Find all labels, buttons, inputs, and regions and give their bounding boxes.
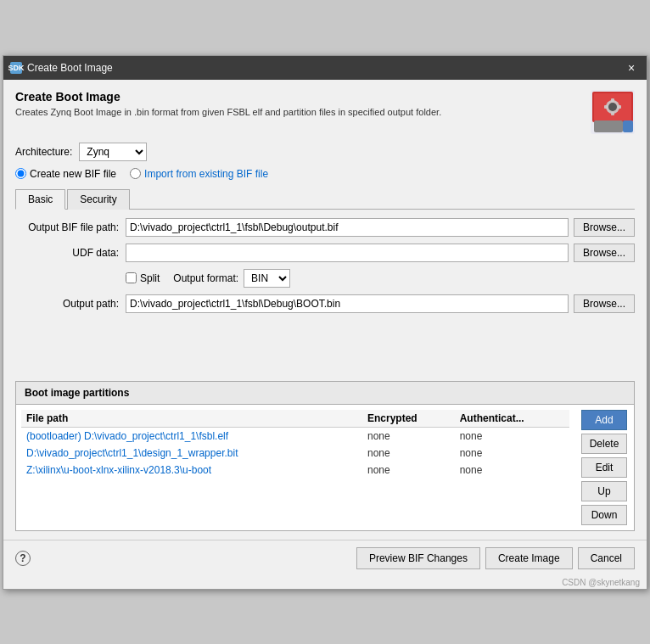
import-bif-radio[interactable] — [130, 168, 141, 179]
svg-rect-5 — [611, 98, 614, 102]
help-icon[interactable]: ? — [15, 551, 31, 566]
title-bar-title: Create Boot Image — [27, 62, 113, 74]
row-encrypted: none — [362, 462, 455, 479]
title-bar: SDK Create Boot Image × — [3, 56, 647, 80]
add-button[interactable]: Add — [581, 410, 627, 430]
footer-buttons: Preview BIF Changes Create Image Cancel — [356, 547, 635, 569]
table-row[interactable]: D:\vivado_project\ctrl1_1\design_1_wrapp… — [21, 445, 569, 462]
udf-input[interactable] — [126, 244, 569, 262]
tabs: Basic Security — [15, 188, 635, 210]
import-bif-label: Import from existing BIF file — [144, 168, 268, 180]
architecture-row: Architecture: Zynq ZynqMP — [15, 143, 635, 161]
dialog-title: Create Boot Image — [15, 90, 441, 104]
output-bif-row: Output BIF file path: Browse... — [15, 218, 635, 237]
create-new-bif-radio[interactable] — [15, 168, 26, 179]
tab-basic[interactable]: Basic — [15, 189, 65, 210]
boot-image-icon — [591, 90, 635, 134]
spacer — [15, 320, 635, 371]
watermark: CSDN @skynetkang — [3, 576, 647, 589]
tab-security[interactable]: Security — [67, 189, 129, 210]
radio-row: Create new BIF file Import from existing… — [15, 168, 635, 180]
row-filepath: (bootloader) D:\vivado_project\ctrl1_1\f… — [21, 427, 362, 445]
partition-table: File path Encrypted Authenticat... (boot… — [21, 410, 569, 479]
output-format-label: Output format: — [173, 272, 238, 284]
output-bif-label: Output BIF file path: — [15, 221, 126, 233]
header-text: Create Boot Image Creates Zynq Boot Imag… — [15, 90, 441, 117]
udf-row: UDF data: Browse... — [15, 244, 635, 262]
row-authenticated: none — [455, 427, 569, 445]
partition-buttons: Add Delete Edit Up Down — [574, 405, 634, 530]
create-image-button[interactable]: Create Image — [485, 547, 573, 569]
footer: ? Preview BIF Changes Create Image Cance… — [3, 540, 647, 576]
row-encrypted: none — [362, 427, 455, 445]
split-checkbox[interactable] — [126, 272, 137, 283]
output-bif-input[interactable] — [126, 218, 569, 237]
svg-point-4 — [608, 103, 617, 111]
create-new-bif-option: Create new BIF file — [15, 168, 116, 180]
output-bif-browse-button[interactable]: Browse... — [574, 218, 635, 237]
dialog-description: Creates Zynq Boot Image in .bin format f… — [15, 107, 441, 117]
col-header-encrypted: Encrypted — [362, 410, 455, 428]
output-path-input[interactable] — [126, 294, 569, 313]
svg-rect-7 — [604, 105, 608, 109]
split-check: Split — [126, 272, 160, 284]
row-filepath: Z:\xilinx\u-boot-xlnx-xilinx-v2018.3\u-b… — [21, 462, 362, 479]
svg-rect-8 — [618, 105, 621, 109]
partition-body: File path Encrypted Authenticat... (boot… — [16, 405, 634, 530]
partition-wrapper: Boot image partitions File path Encrypte… — [3, 381, 647, 531]
dialog-content: Create Boot Image Creates Zynq Boot Imag… — [3, 80, 647, 381]
output-path-browse-button[interactable]: Browse... — [574, 294, 635, 313]
svg-rect-10 — [594, 120, 623, 132]
architecture-select[interactable]: Zynq ZynqMP — [79, 143, 147, 161]
row-authenticated: none — [455, 462, 569, 479]
footer-left: ? — [15, 551, 31, 566]
close-button[interactable]: × — [623, 59, 640, 76]
edit-button[interactable]: Edit — [581, 457, 627, 478]
output-format: Output format: BIN HEX — [173, 269, 290, 288]
up-button[interactable]: Up — [581, 481, 627, 501]
svg-rect-9 — [623, 120, 633, 132]
output-path-row: Output path: Browse... — [15, 294, 635, 313]
architecture-label: Architecture: — [15, 146, 72, 158]
udf-label: UDF data: — [15, 247, 126, 259]
partition-table-container: File path Encrypted Authenticat... (boot… — [16, 405, 574, 530]
output-path-label: Output path: — [15, 298, 126, 310]
output-format-select[interactable]: BIN HEX — [244, 269, 290, 288]
col-header-filepath: File path — [21, 410, 362, 428]
header-icon — [591, 90, 635, 134]
row-filepath: D:\vivado_project\ctrl1_1\design_1_wrapp… — [21, 445, 362, 462]
cancel-button[interactable]: Cancel — [578, 547, 635, 569]
import-bif-option: Import from existing BIF file — [130, 168, 268, 180]
split-row: Split Output format: BIN HEX — [126, 269, 635, 288]
sdk-icon: SDK — [10, 62, 22, 74]
partition-header: Boot image partitions — [16, 382, 634, 405]
table-row[interactable]: (bootloader) D:\vivado_project\ctrl1_1\f… — [21, 427, 569, 445]
svg-rect-6 — [611, 112, 614, 115]
split-label: Split — [140, 272, 160, 284]
form-section: Output BIF file path: Browse... UDF data… — [15, 218, 635, 313]
preview-bif-button[interactable]: Preview BIF Changes — [356, 547, 480, 569]
create-boot-image-dialog: SDK Create Boot Image × Create Boot Imag… — [3, 55, 647, 590]
title-bar-left: SDK Create Boot Image — [10, 62, 113, 74]
partition-section: Boot image partitions File path Encrypte… — [15, 381, 635, 531]
down-button[interactable]: Down — [581, 505, 627, 525]
table-row[interactable]: Z:\xilinx\u-boot-xlnx-xilinx-v2018.3\u-b… — [21, 462, 569, 479]
col-header-authenticated: Authenticat... — [455, 410, 569, 428]
delete-button[interactable]: Delete — [581, 434, 627, 454]
create-new-bif-label: Create new BIF file — [30, 168, 116, 180]
row-encrypted: none — [362, 445, 455, 462]
udf-browse-button[interactable]: Browse... — [574, 244, 635, 262]
header-section: Create Boot Image Creates Zynq Boot Imag… — [15, 90, 635, 134]
row-authenticated: none — [455, 445, 569, 462]
